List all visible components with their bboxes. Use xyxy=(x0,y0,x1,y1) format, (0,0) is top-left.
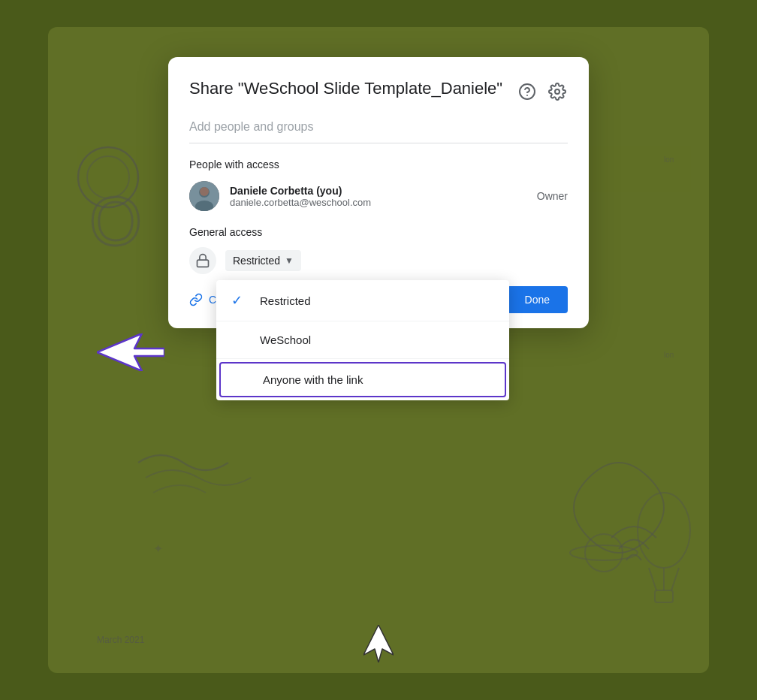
svg-rect-21 xyxy=(198,260,209,267)
svg-marker-22 xyxy=(363,625,394,662)
chevron-down-icon: ▼ xyxy=(285,255,294,266)
svg-point-19 xyxy=(200,187,209,196)
option-restricted-label: Restricted xyxy=(260,294,311,307)
dropdown-item-weschool[interactable]: WeSchool xyxy=(216,321,509,359)
general-access-label: General access xyxy=(189,226,568,238)
person-row: Daniele Corbetta (you) daniele.corbetta@… xyxy=(189,181,568,211)
access-dropdown-menu: ✓ Restricted WeSchool Anyone with the li… xyxy=(216,280,509,400)
svg-point-15 xyxy=(555,89,559,94)
person-email: daniele.corbetta@weschool.com xyxy=(230,197,526,208)
dropdown-item-restricted[interactable]: ✓ Restricted xyxy=(216,280,509,321)
settings-button[interactable] xyxy=(547,81,568,102)
option-anyone-label: Anyone with the link xyxy=(263,373,363,386)
person-role: Owner xyxy=(537,190,568,202)
modal-title: Share "WeSchool Slide Template_Daniele" xyxy=(189,78,502,100)
access-row: Restricted ▼ ✓ Restricted WeSchool xyxy=(189,247,568,274)
done-button[interactable]: Done xyxy=(507,286,568,313)
lock-icon-container xyxy=(189,247,216,274)
access-dropdown-button[interactable]: Restricted ▼ xyxy=(225,250,301,271)
avatar xyxy=(189,181,219,211)
svg-marker-12 xyxy=(97,333,164,371)
screen-container: ✦ ✦ March 2021 O lon lon Share "WeSchool… xyxy=(48,27,709,673)
person-name: Daniele Corbetta (you) xyxy=(230,185,526,197)
people-search-input[interactable] xyxy=(189,117,568,137)
person-info: Daniele Corbetta (you) daniele.corbetta@… xyxy=(230,185,526,208)
people-section-label: People with access xyxy=(189,158,568,170)
search-wrapper xyxy=(189,117,568,143)
dropdown-item-anyone[interactable]: Anyone with the link xyxy=(219,362,506,397)
arrow-indicator xyxy=(97,333,164,371)
selected-option-label: Restricted xyxy=(233,255,280,267)
share-modal: Share "WeSchool Slide Template_Daniele" xyxy=(168,57,589,328)
link-icon xyxy=(189,293,203,306)
modal-header: Share "WeSchool Slide Template_Daniele" xyxy=(189,78,568,102)
lock-icon xyxy=(195,253,210,268)
access-controls: Restricted ▼ xyxy=(225,250,568,271)
help-button[interactable] xyxy=(517,81,538,102)
option-weschool-label: WeSchool xyxy=(260,333,311,346)
modal-actions xyxy=(517,81,568,102)
check-icon: ✓ xyxy=(231,292,249,309)
cursor-pointer xyxy=(363,625,394,665)
